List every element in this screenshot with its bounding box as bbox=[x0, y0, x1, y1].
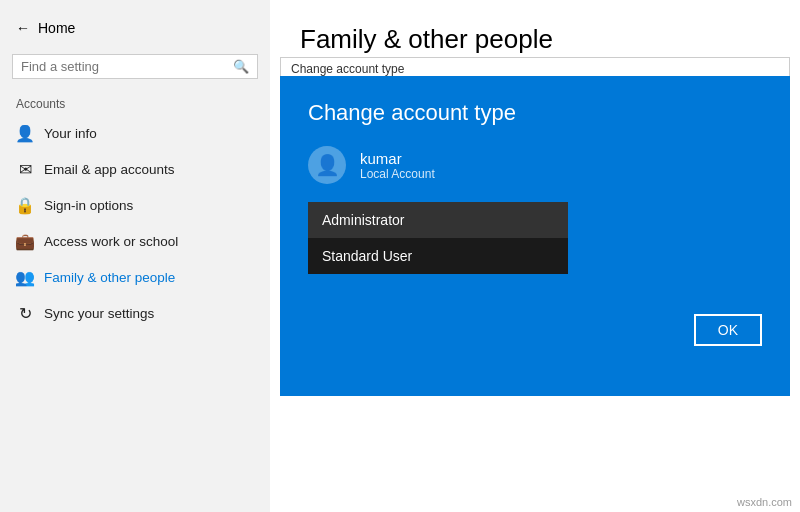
sidebar-item-sign-in[interactable]: 🔒 Sign-in options bbox=[0, 187, 270, 223]
search-box[interactable]: 🔍 bbox=[12, 54, 258, 79]
ok-button[interactable]: OK bbox=[694, 314, 762, 346]
modal-footer: OK bbox=[308, 314, 762, 346]
main-content: Family & other people Your family 👤 kuma… bbox=[270, 0, 800, 512]
sidebar-item-label: Access work or school bbox=[44, 234, 178, 249]
modal-user-name: kumar bbox=[360, 150, 435, 167]
your-info-icon: 👤 bbox=[16, 124, 34, 142]
sidebar-item-label: Sync your settings bbox=[44, 306, 154, 321]
sidebar-item-family[interactable]: 👥 Family & other people bbox=[0, 259, 270, 295]
work-icon: 💼 bbox=[16, 232, 34, 250]
sidebar-item-your-info[interactable]: 👤 Your info bbox=[0, 115, 270, 151]
dropdown-item-administrator[interactable]: Administrator bbox=[308, 202, 568, 238]
search-input[interactable] bbox=[21, 59, 229, 74]
sidebar-home-button[interactable]: ← Home bbox=[0, 10, 270, 46]
modal-user-sub: Local Account bbox=[360, 167, 435, 181]
accounts-section-label: Accounts bbox=[0, 91, 270, 115]
sidebar-item-label: Email & app accounts bbox=[44, 162, 175, 177]
modal-user-info: kumar Local Account bbox=[360, 150, 435, 181]
watermark: wsxdn.com bbox=[737, 496, 792, 508]
sidebar-item-email-app[interactable]: ✉ Email & app accounts bbox=[0, 151, 270, 187]
modal-titlebar-text: Change account type bbox=[291, 62, 404, 76]
sidebar: ← Home 🔍 Accounts 👤 Your info ✉ Email & … bbox=[0, 0, 270, 512]
modal-window: Change account type 👤 kumar Local Accoun… bbox=[280, 76, 790, 396]
dropdown-item-standard-user[interactable]: Standard User bbox=[308, 238, 568, 274]
sidebar-item-label: Family & other people bbox=[44, 270, 175, 285]
page-title: Family & other people bbox=[300, 24, 770, 55]
sidebar-item-label: Sign-in options bbox=[44, 198, 133, 213]
search-icon: 🔍 bbox=[233, 59, 249, 74]
email-icon: ✉ bbox=[16, 160, 34, 178]
sign-in-icon: 🔒 bbox=[16, 196, 34, 214]
account-type-dropdown[interactable]: Administrator Standard User bbox=[308, 202, 568, 274]
home-icon: ← bbox=[16, 20, 30, 36]
modal-user-row: 👤 kumar Local Account bbox=[308, 146, 762, 184]
sync-icon: ↻ bbox=[16, 304, 34, 322]
modal-avatar: 👤 bbox=[308, 146, 346, 184]
modal-title: Change account type bbox=[308, 100, 762, 126]
sidebar-item-access-work[interactable]: 💼 Access work or school bbox=[0, 223, 270, 259]
sidebar-item-sync[interactable]: ↻ Sync your settings bbox=[0, 295, 270, 331]
sidebar-item-label: Your info bbox=[44, 126, 97, 141]
sidebar-home-label: Home bbox=[38, 20, 75, 36]
family-icon: 👥 bbox=[16, 268, 34, 286]
